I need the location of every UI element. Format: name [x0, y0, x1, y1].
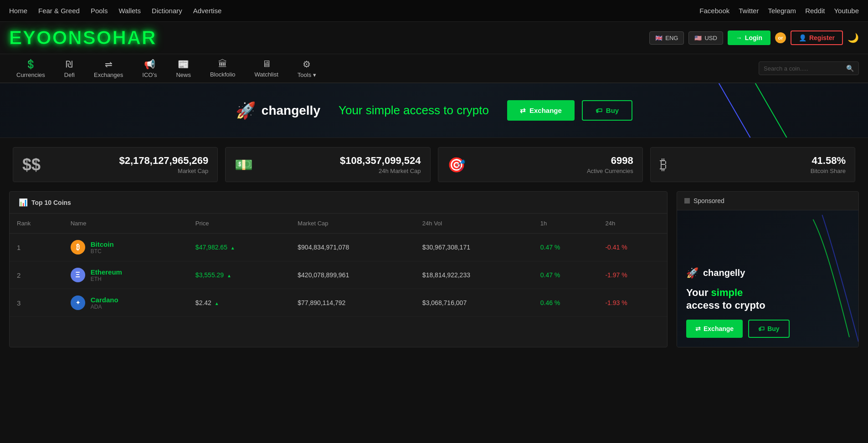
sponsored-banner: 🚀 changelly Your simple access to crypto…: [677, 210, 858, 347]
sponsored-tagline-line2: access to crypto: [686, 300, 765, 311]
register-label: Register: [809, 34, 835, 41]
currency-selector[interactable]: 🇺🇸 USD: [688, 31, 723, 45]
btc-24h-vol: $30,967,308,171: [415, 234, 533, 261]
table-header: 📊 Top 10 Coins: [10, 192, 667, 214]
rank-2: 2: [10, 261, 63, 289]
btc-name[interactable]: Bitcoin: [91, 240, 114, 248]
register-button[interactable]: 👤 Register: [791, 31, 843, 45]
eth-name[interactable]: Ethereum: [91, 268, 122, 276]
nav-telegram[interactable]: Telegram: [768, 7, 796, 15]
ada-symbol: ADA: [91, 304, 118, 310]
bitcoin-share-label: Bitcoin Share: [811, 168, 846, 174]
sponsored-tagline-green: simple: [711, 287, 743, 298]
nav-fear-greed[interactable]: Fear & Greed: [38, 7, 80, 15]
top-nav-left: Home Fear & Greed Pools Wallets Dictiona…: [9, 7, 221, 15]
ada-1h-change: 0.46 %: [533, 289, 598, 317]
login-arrow-icon: →: [736, 34, 742, 41]
defi-label: Defi: [64, 71, 75, 78]
btc-market-cap: $904,834,971,078: [290, 234, 415, 261]
ada-name[interactable]: Cardano: [91, 296, 118, 304]
nav-watchlist[interactable]: 🖥 Watchlist: [247, 54, 286, 82]
nav-defi[interactable]: ₪ Defi: [57, 54, 82, 83]
eth-24h-vol: $18,814,922,233: [415, 261, 533, 289]
24h-cap-icon: 💵: [235, 156, 253, 173]
header: EYOONSOHAR 🇬🇧 ENG 🇺🇸 USD → Login or 👤 Re…: [0, 22, 868, 54]
blockfolio-icon: 🏛: [218, 59, 227, 69]
market-cap-label: Market Cap: [178, 168, 208, 174]
exchange-icon: ⇄: [520, 107, 526, 115]
main-content: 📊 Top 10 Coins Rank Name Price Market Ca…: [0, 191, 868, 356]
sponsored-square-icon: [684, 198, 690, 204]
stat-bitcoin-share: ₿ 41.58% Bitcoin Share: [650, 147, 855, 182]
nav-home[interactable]: Home: [9, 7, 27, 15]
nav-twitter[interactable]: Twitter: [739, 7, 759, 15]
ada-market-cap: $77,890,114,792: [290, 289, 415, 317]
nav-wallets[interactable]: Wallets: [118, 7, 141, 15]
tagline-end: access to crypto: [400, 103, 489, 117]
sponsored-logo-text: changelly: [703, 268, 745, 278]
login-button[interactable]: → Login: [728, 31, 770, 45]
nav-reddit[interactable]: Reddit: [805, 7, 825, 15]
btc-price: $47,982.65 ▲: [188, 234, 290, 261]
nav-facebook[interactable]: Facebook: [699, 7, 729, 15]
col-market-cap: Market Cap: [290, 214, 415, 234]
header-right: 🇬🇧 ENG 🇺🇸 USD → Login or 👤 Register 🌙: [649, 31, 859, 45]
or-badge: or: [775, 32, 786, 43]
col-rank: Rank: [10, 214, 63, 234]
logo: EYOONSOHAR: [9, 27, 156, 49]
stat-24h-market-cap: 💵 $108,357,099,524 24h Market Cap: [225, 147, 430, 182]
nav-blockfolio[interactable]: 🏛 Blockfolio: [203, 54, 243, 82]
nav-icos[interactable]: 📢 ICO's: [135, 54, 164, 83]
eth-icon: Ξ: [71, 268, 85, 282]
sponsored-header: Sponsored: [677, 192, 858, 210]
search-box: 🔍: [759, 61, 859, 75]
sp-buy-icon: 🏷: [758, 325, 765, 332]
banner-tagline: Your simple access to crypto: [339, 103, 489, 117]
defi-icon: ₪: [66, 59, 73, 70]
tagline-start: Your: [339, 103, 366, 117]
nav-youtube[interactable]: Youtube: [834, 7, 859, 15]
banner-exchange-button[interactable]: ⇄ Exchange: [507, 100, 575, 121]
login-label: Login: [745, 34, 762, 41]
search-icon[interactable]: 🔍: [846, 65, 854, 72]
tools-icon: ⚙: [303, 59, 311, 70]
tagline-green: simple: [366, 103, 400, 117]
language-selector[interactable]: 🇬🇧 ENG: [649, 31, 684, 45]
sponsored-buy-button[interactable]: 🏷 Buy: [748, 320, 789, 338]
btc-24h-change: -0.41 %: [598, 234, 667, 261]
eth-24h-change: -1.97 %: [598, 261, 667, 289]
rank-1: 1: [10, 234, 63, 261]
table-row: 3 ✦ Cardano ADA $2.42 ▲: [10, 289, 667, 317]
ada-price: $2.42 ▲: [188, 289, 290, 317]
nav-advertise[interactable]: Advertise: [193, 7, 222, 15]
nav-exchanges[interactable]: ⇌ Exchanges: [87, 54, 130, 83]
banner-buy-button[interactable]: 🏷 Buy: [582, 100, 632, 121]
search-input[interactable]: [764, 65, 842, 72]
24h-cap-value: $108,357,099,524: [340, 155, 421, 167]
currencies-icon: 💲: [25, 59, 36, 70]
col-24h: 24h: [598, 214, 667, 234]
watchlist-icon: 🖥: [262, 59, 271, 69]
news-icon: 📰: [178, 59, 189, 70]
nav-dictionary[interactable]: Dictionary: [152, 7, 182, 15]
btc-1h-change: 0.47 %: [533, 234, 598, 261]
24h-cap-label: 24h Market Cap: [379, 168, 421, 174]
sp-exchange-icon: ⇄: [695, 325, 701, 332]
nav-currencies[interactable]: 💲 Currencies: [9, 54, 52, 83]
table-row: 2 Ξ Ethereum ETH $3,555.29 ▲: [10, 261, 667, 289]
table-row: 1 ₿ Bitcoin BTC $47,982.65 ▲: [10, 234, 667, 261]
dark-mode-icon[interactable]: 🌙: [847, 32, 859, 43]
stat-active-currencies-info: 6998 Active Currencies: [473, 155, 633, 174]
sidebar: Sponsored 🚀 changelly Your simple access…: [677, 191, 859, 347]
col-name: Name: [63, 214, 188, 234]
col-price: Price: [188, 214, 290, 234]
nav-pools[interactable]: Pools: [91, 7, 108, 15]
icos-label: ICO's: [142, 71, 157, 78]
sponsored-rocket-icon: 🚀: [686, 267, 699, 279]
nav-tools[interactable]: ⚙ Tools ▾: [290, 54, 324, 83]
ada-icon: ✦: [71, 295, 85, 310]
sponsored-exchange-button[interactable]: ⇄ Exchange: [686, 320, 743, 338]
sp-exchange-label: Exchange: [704, 325, 734, 332]
banner-buttons: ⇄ Exchange 🏷 Buy: [507, 100, 632, 121]
nav-news[interactable]: 📰 News: [169, 54, 198, 83]
